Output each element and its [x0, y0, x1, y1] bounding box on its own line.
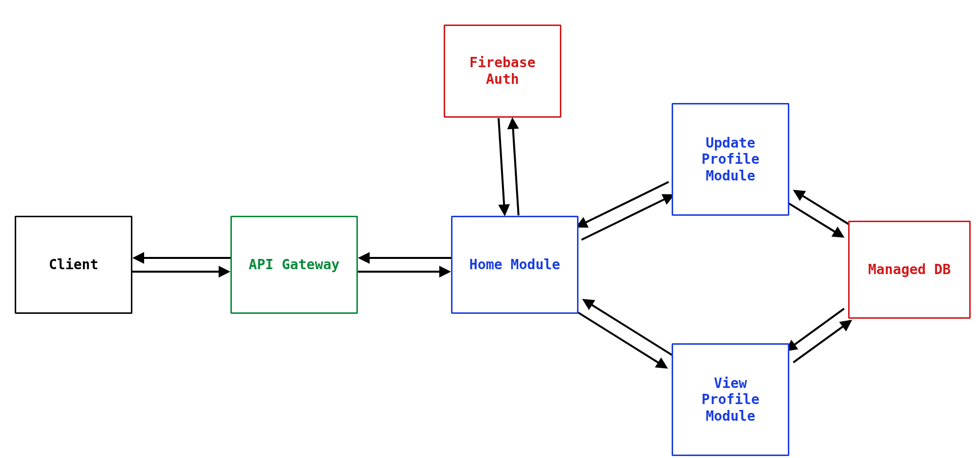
edge-home_module-view_profile-back-head — [582, 299, 595, 310]
node-client-label: Client — [49, 256, 98, 273]
edge-view_profile-managed_db-back-shaft — [791, 308, 844, 347]
edge-home_module-firebase_auth-fwd-head — [507, 117, 519, 129]
node-update_profile-label: Update Profile Module — [702, 135, 759, 184]
edge-home_module-view_profile-fwd-head — [655, 357, 668, 369]
edge-update_profile-managed_db-fwd-head — [831, 227, 845, 238]
edge-home_module-firebase_auth-fwd-shaft — [513, 124, 519, 215]
node-view_profile-label: View Profile Module — [702, 375, 759, 425]
edge-update_profile-managed_db-back-shaft — [799, 194, 852, 226]
edge-view_profile-managed_db-fwd-head — [839, 320, 852, 331]
edge-home_module-update_profile-fwd-shaft — [581, 198, 668, 240]
edge-home_module-view_profile-back-shaft — [588, 303, 676, 357]
node-firebase_auth: Firebase Auth — [444, 25, 561, 118]
edge-api_gateway-home_module-fwd-head — [439, 266, 451, 278]
edge-client-api_gateway-back-head — [132, 252, 144, 264]
edge-view_profile-managed_db-fwd-shaft — [793, 324, 846, 363]
edge-home_module-firebase_auth-back-head — [498, 204, 510, 216]
node-home_module-label: Home Module — [469, 256, 560, 273]
edge-home_module-update_profile-back-shaft — [582, 182, 669, 225]
node-home_module: Home Module — [451, 216, 578, 314]
edge-update_profile-managed_db-fwd-shaft — [786, 202, 839, 234]
node-client: Client — [15, 216, 132, 314]
edge-client-api_gateway-fwd-head — [219, 266, 230, 278]
node-api_gateway-label: API Gateway — [249, 256, 339, 273]
edge-update_profile-managed_db-back-head — [793, 190, 806, 201]
node-view_profile: View Profile Module — [672, 343, 789, 456]
node-firebase_auth-label: Firebase Auth — [470, 54, 536, 87]
node-api_gateway: API Gateway — [230, 216, 358, 314]
node-update_profile: Update Profile Module — [672, 103, 789, 216]
node-managed_db-label: Managed DB — [868, 261, 951, 278]
edge-api_gateway-home_module-back-head — [358, 252, 370, 264]
edge-home_module-firebase_auth-back-shaft — [499, 118, 504, 209]
edge-home_module-view_profile-fwd-shaft — [575, 310, 662, 365]
node-managed_db: Managed DB — [848, 221, 971, 319]
